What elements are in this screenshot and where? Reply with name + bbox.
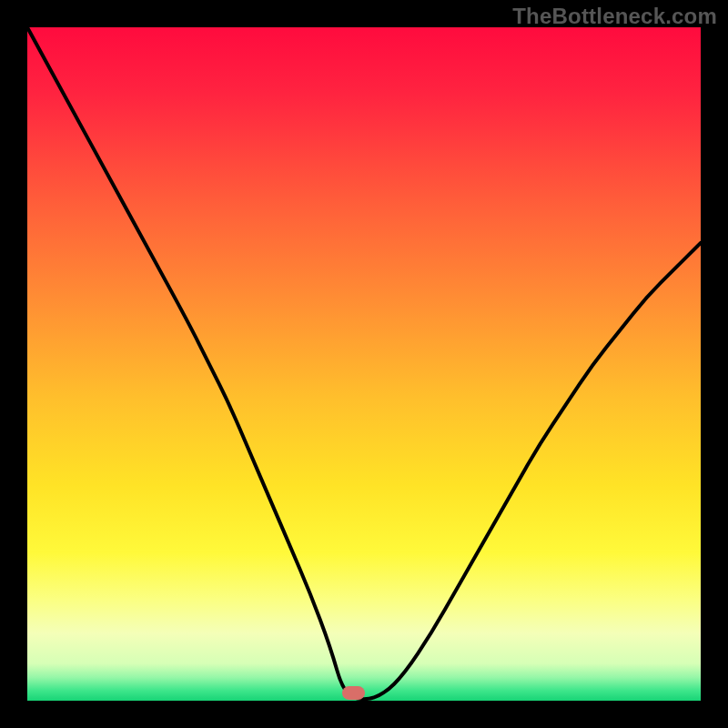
- watermark-text: TheBottleneck.com: [512, 4, 717, 29]
- optimum-marker: [342, 686, 365, 700]
- chart-frame: TheBottleneck.com: [0, 0, 728, 728]
- gradient-background: [27, 27, 701, 701]
- chart-svg: [0, 0, 728, 728]
